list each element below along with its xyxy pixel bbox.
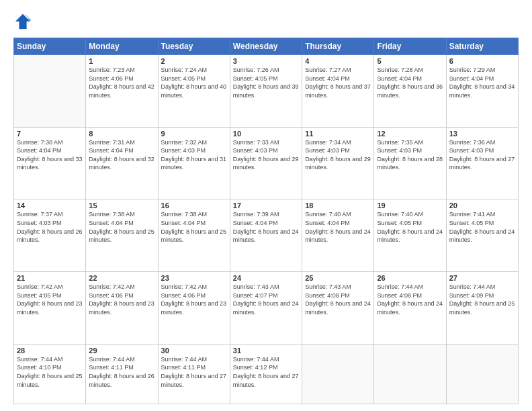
weekday-header-thursday: Thursday [302,38,374,55]
calendar-cell: 15Sunrise: 7:38 AMSunset: 4:04 PMDayligh… [86,199,158,272]
weekday-header-sunday: Sunday [14,38,86,55]
day-number: 4 [305,57,371,65]
day-number: 9 [161,130,227,138]
calendar-cell: 2Sunrise: 7:24 AMSunset: 4:05 PMDaylight… [158,55,230,128]
day-number: 25 [305,274,371,282]
calendar-cell: 9Sunrise: 7:32 AMSunset: 4:03 PMDaylight… [158,127,230,199]
calendar-cell: 21Sunrise: 7:42 AMSunset: 4:05 PMDayligh… [14,272,86,345]
calendar-cell: 23Sunrise: 7:42 AMSunset: 4:06 PMDayligh… [158,272,230,345]
day-info: Sunrise: 7:44 AMSunset: 4:11 PMDaylight:… [161,355,227,389]
header [13,12,519,31]
calendar-cell: 6Sunrise: 7:29 AMSunset: 4:04 PMDaylight… [446,55,518,128]
day-number: 10 [233,130,299,138]
calendar-cell: 12Sunrise: 7:35 AMSunset: 4:03 PMDayligh… [374,127,446,199]
calendar-cell: 20Sunrise: 7:41 AMSunset: 4:05 PMDayligh… [446,199,518,272]
calendar-cell [446,344,518,404]
day-info: Sunrise: 7:39 AMSunset: 4:04 PMDaylight:… [233,210,299,244]
week-row-2: 7Sunrise: 7:30 AMSunset: 4:04 PMDaylight… [14,127,519,199]
calendar-cell: 28Sunrise: 7:44 AMSunset: 4:10 PMDayligh… [14,344,86,404]
calendar-cell: 26Sunrise: 7:44 AMSunset: 4:08 PMDayligh… [374,272,446,345]
day-number: 12 [377,130,443,138]
day-number: 14 [17,201,83,210]
weekday-header-row: SundayMondayTuesdayWednesdayThursdayFrid… [14,38,519,55]
calendar-cell: 5Sunrise: 7:28 AMSunset: 4:04 PMDaylight… [374,55,446,128]
calendar-cell: 7Sunrise: 7:30 AMSunset: 4:04 PMDaylight… [14,127,86,199]
day-info: Sunrise: 7:34 AMSunset: 4:03 PMDaylight:… [305,138,371,172]
day-info: Sunrise: 7:32 AMSunset: 4:03 PMDaylight:… [161,138,227,172]
calendar-cell: 30Sunrise: 7:44 AMSunset: 4:11 PMDayligh… [158,344,230,404]
day-info: Sunrise: 7:28 AMSunset: 4:04 PMDaylight:… [377,66,443,99]
weekday-header-monday: Monday [86,38,158,55]
day-info: Sunrise: 7:29 AMSunset: 4:04 PMDaylight:… [449,66,515,99]
page: SundayMondayTuesdayWednesdayThursdayFrid… [0,0,532,411]
day-info: Sunrise: 7:44 AMSunset: 4:12 PMDaylight:… [233,355,299,389]
day-number: 23 [161,274,227,282]
day-number: 2 [161,57,227,65]
week-row-5: 28Sunrise: 7:44 AMSunset: 4:10 PMDayligh… [14,344,519,404]
day-info: Sunrise: 7:44 AMSunset: 4:08 PMDaylight:… [377,283,443,316]
day-info: Sunrise: 7:31 AMSunset: 4:04 PMDaylight:… [89,138,154,172]
calendar-cell: 11Sunrise: 7:34 AMSunset: 4:03 PMDayligh… [302,127,374,199]
calendar-cell: 24Sunrise: 7:43 AMSunset: 4:07 PMDayligh… [230,272,302,345]
day-number: 16 [161,201,227,210]
day-info: Sunrise: 7:42 AMSunset: 4:06 PMDaylight:… [89,283,154,316]
calendar-cell: 27Sunrise: 7:44 AMSunset: 4:09 PMDayligh… [446,272,518,345]
day-number: 18 [305,201,371,210]
day-info: Sunrise: 7:40 AMSunset: 4:04 PMDaylight:… [305,210,371,244]
day-info: Sunrise: 7:27 AMSunset: 4:04 PMDaylight:… [305,66,371,99]
day-info: Sunrise: 7:36 AMSunset: 4:03 PMDaylight:… [449,138,515,172]
week-row-1: 1Sunrise: 7:23 AMSunset: 4:06 PMDaylight… [14,55,519,128]
weekday-header-wednesday: Wednesday [230,38,302,55]
day-number: 17 [233,201,299,210]
calendar-table: SundayMondayTuesdayWednesdayThursdayFrid… [13,38,519,404]
day-number: 13 [449,130,515,138]
day-number: 7 [17,130,83,138]
calendar-cell [14,55,86,128]
day-number: 28 [17,347,83,355]
svg-marker-0 [15,14,30,29]
day-number: 3 [233,57,299,65]
day-info: Sunrise: 7:43 AMSunset: 4:07 PMDaylight:… [233,283,299,316]
calendar-cell: 29Sunrise: 7:44 AMSunset: 4:11 PMDayligh… [86,344,158,404]
day-info: Sunrise: 7:44 AMSunset: 4:11 PMDaylight:… [89,355,154,389]
weekday-header-tuesday: Tuesday [158,38,230,55]
day-number: 24 [233,274,299,282]
day-number: 22 [89,274,154,282]
day-number: 20 [449,201,515,210]
day-info: Sunrise: 7:33 AMSunset: 4:03 PMDaylight:… [233,138,299,172]
day-number: 27 [449,274,515,282]
day-info: Sunrise: 7:30 AMSunset: 4:04 PMDaylight:… [17,138,83,172]
calendar-cell: 10Sunrise: 7:33 AMSunset: 4:03 PMDayligh… [230,127,302,199]
calendar-cell: 25Sunrise: 7:43 AMSunset: 4:08 PMDayligh… [302,272,374,345]
day-number: 30 [161,347,227,355]
calendar-cell: 16Sunrise: 7:38 AMSunset: 4:04 PMDayligh… [158,199,230,272]
day-info: Sunrise: 7:24 AMSunset: 4:05 PMDaylight:… [161,66,227,99]
day-number: 29 [89,347,154,355]
day-number: 5 [377,57,443,65]
day-number: 15 [89,201,154,210]
day-info: Sunrise: 7:44 AMSunset: 4:09 PMDaylight:… [449,283,515,316]
day-number: 11 [305,130,371,138]
day-info: Sunrise: 7:42 AMSunset: 4:06 PMDaylight:… [161,283,227,316]
logo [13,12,35,31]
calendar-cell: 31Sunrise: 7:44 AMSunset: 4:12 PMDayligh… [230,344,302,404]
calendar-cell: 13Sunrise: 7:36 AMSunset: 4:03 PMDayligh… [446,127,518,199]
calendar-cell: 22Sunrise: 7:42 AMSunset: 4:06 PMDayligh… [86,272,158,345]
calendar-cell: 3Sunrise: 7:26 AMSunset: 4:05 PMDaylight… [230,55,302,128]
day-info: Sunrise: 7:37 AMSunset: 4:03 PMDaylight:… [17,210,83,244]
calendar-cell [302,344,374,404]
calendar-cell: 18Sunrise: 7:40 AMSunset: 4:04 PMDayligh… [302,199,374,272]
day-info: Sunrise: 7:38 AMSunset: 4:04 PMDaylight:… [161,210,227,244]
day-number: 1 [89,57,154,65]
day-info: Sunrise: 7:42 AMSunset: 4:05 PMDaylight:… [17,283,83,316]
calendar-cell: 17Sunrise: 7:39 AMSunset: 4:04 PMDayligh… [230,199,302,272]
calendar-cell: 19Sunrise: 7:40 AMSunset: 4:05 PMDayligh… [374,199,446,272]
calendar-cell: 1Sunrise: 7:23 AMSunset: 4:06 PMDaylight… [86,55,158,128]
day-info: Sunrise: 7:40 AMSunset: 4:05 PMDaylight:… [377,210,443,244]
week-row-4: 21Sunrise: 7:42 AMSunset: 4:05 PMDayligh… [14,272,519,345]
weekday-header-saturday: Saturday [446,38,518,55]
day-number: 26 [377,274,443,282]
weekday-header-friday: Friday [374,38,446,55]
day-info: Sunrise: 7:43 AMSunset: 4:08 PMDaylight:… [305,283,371,316]
day-info: Sunrise: 7:23 AMSunset: 4:06 PMDaylight:… [89,66,154,99]
